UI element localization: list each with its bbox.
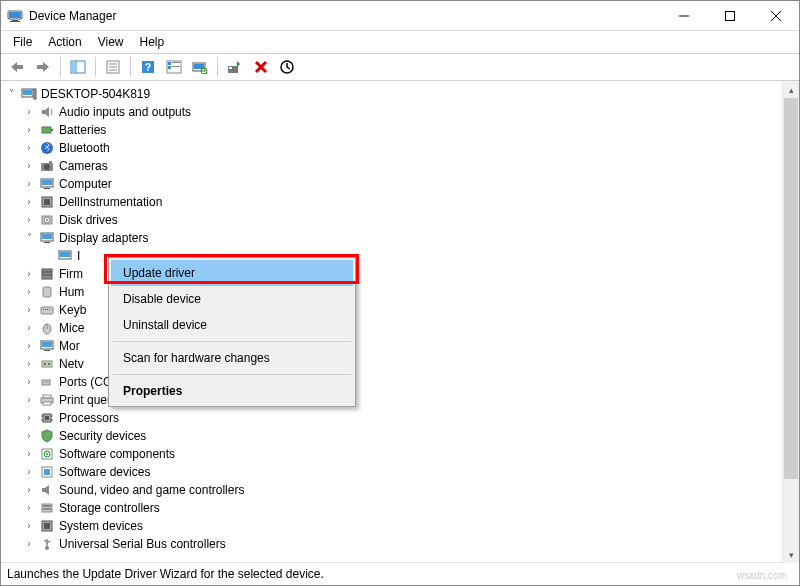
- tree-category[interactable]: ›Batteries: [23, 121, 782, 139]
- expand-icon[interactable]: ›: [23, 358, 35, 370]
- svg-rect-35: [34, 89, 36, 99]
- scrollbar-thumb[interactable]: [784, 98, 798, 479]
- tree-category[interactable]: ›Audio inputs and outputs: [23, 103, 782, 121]
- collapse-icon[interactable]: ˅: [5, 88, 17, 100]
- svg-point-75: [48, 382, 49, 383]
- tree-category[interactable]: ›Disk drives: [23, 211, 782, 229]
- expand-icon[interactable]: ›: [23, 124, 35, 136]
- expand-icon[interactable]: ›: [23, 394, 35, 406]
- svg-rect-12: [72, 62, 75, 72]
- tree-category[interactable]: ›Computer: [23, 175, 782, 193]
- ctx-uninstall-device[interactable]: Uninstall device: [111, 312, 353, 338]
- tree-category[interactable]: ›Bluetooth: [23, 139, 782, 157]
- svg-point-87: [46, 453, 48, 455]
- category-label: Mice: [59, 319, 84, 337]
- svg-rect-51: [42, 234, 52, 239]
- expand-icon[interactable]: ›: [23, 538, 35, 550]
- maximize-button[interactable]: [707, 1, 753, 30]
- uninstall-device-button[interactable]: [249, 55, 273, 79]
- expand-icon[interactable]: ›: [23, 142, 35, 154]
- expand-icon[interactable]: ›: [23, 412, 35, 424]
- tree-category[interactable]: ›Storage controllers: [23, 499, 782, 517]
- ctx-disable-device[interactable]: Disable device: [111, 286, 353, 312]
- tree-category[interactable]: ›DellInstrumentation: [23, 193, 782, 211]
- tree-category[interactable]: ›Software devices: [23, 463, 782, 481]
- expand-icon[interactable]: ›: [23, 466, 35, 478]
- separator: [113, 374, 351, 375]
- nav-forward-button[interactable]: [31, 55, 55, 79]
- nav-back-button[interactable]: [5, 55, 29, 79]
- expand-icon[interactable]: ›: [23, 286, 35, 298]
- ctx-properties[interactable]: Properties: [111, 378, 353, 404]
- expand-icon[interactable]: ›: [23, 178, 35, 190]
- svg-rect-68: [44, 350, 50, 351]
- expand-icon[interactable]: ›: [23, 340, 35, 352]
- vertical-scrollbar[interactable]: ▴ ▾: [782, 81, 799, 563]
- tree-category[interactable]: ›Processors: [23, 409, 782, 427]
- menu-help[interactable]: Help: [132, 33, 173, 51]
- show-hide-tree-button[interactable]: [66, 55, 90, 79]
- tree-category[interactable]: ›Security devices: [23, 427, 782, 445]
- expand-icon[interactable]: ›: [23, 448, 35, 460]
- expand-icon[interactable]: ›: [23, 214, 35, 226]
- minimize-button[interactable]: [661, 1, 707, 30]
- keyboard-icon: [39, 302, 55, 318]
- ctx-scan-hardware[interactable]: Scan for hardware changes: [111, 345, 353, 371]
- tree-category[interactable]: ›Universal Serial Bus controllers: [23, 535, 782, 553]
- expand-icon[interactable]: ›: [23, 376, 35, 388]
- svg-rect-55: [42, 269, 52, 279]
- category-label: Mor: [59, 337, 80, 355]
- computer-icon: [39, 176, 55, 192]
- svg-rect-8: [17, 65, 23, 69]
- action-button[interactable]: [162, 55, 186, 79]
- svg-rect-70: [44, 363, 46, 365]
- menubar: File Action View Help: [1, 31, 799, 53]
- separator: [95, 57, 96, 77]
- expand-icon[interactable]: ›: [23, 268, 35, 280]
- expand-icon[interactable]: ›: [23, 430, 35, 442]
- svg-rect-22: [168, 66, 171, 69]
- collapse-icon[interactable]: ˅: [23, 232, 35, 244]
- properties-button[interactable]: [101, 55, 125, 79]
- category-label: Processors: [59, 409, 119, 427]
- tree-category-display-adapters[interactable]: ˅Display adapters: [23, 229, 782, 247]
- update-driver-button[interactable]: [223, 55, 247, 79]
- menu-view[interactable]: View: [90, 33, 132, 51]
- close-button[interactable]: [753, 1, 799, 30]
- tree-category[interactable]: ›System devices: [23, 517, 782, 535]
- scan-hardware-button[interactable]: [188, 55, 212, 79]
- computer-icon: [21, 86, 37, 102]
- svg-rect-92: [43, 508, 51, 510]
- expand-icon[interactable]: ›: [23, 160, 35, 172]
- scroll-up-icon[interactable]: ▴: [783, 81, 799, 98]
- disable-device-button[interactable]: [275, 55, 299, 79]
- category-label: Keyb: [59, 301, 86, 319]
- expand-icon[interactable]: ›: [23, 322, 35, 334]
- tree-category[interactable]: ›Sound, video and game controllers: [23, 481, 782, 499]
- category-label: Storage controllers: [59, 499, 160, 517]
- svg-rect-63: [49, 309, 50, 310]
- svg-rect-59: [41, 307, 53, 314]
- expand-icon[interactable]: ›: [23, 502, 35, 514]
- menu-file[interactable]: File: [5, 33, 40, 51]
- scroll-down-icon[interactable]: ▾: [783, 546, 799, 563]
- tree-category[interactable]: ›Software components: [23, 445, 782, 463]
- expand-icon[interactable]: ›: [23, 196, 35, 208]
- network-icon: [39, 356, 55, 372]
- context-menu: Update driver Disable device Uninstall d…: [108, 257, 356, 407]
- ctx-update-driver[interactable]: Update driver: [111, 260, 353, 286]
- monitor-icon: [39, 338, 55, 354]
- expand-icon[interactable]: ›: [23, 520, 35, 532]
- expand-icon[interactable]: ›: [23, 304, 35, 316]
- tree-root[interactable]: ˅ DESKTOP-504K819: [5, 85, 782, 103]
- device-label: I: [77, 247, 80, 265]
- svg-rect-3: [10, 21, 20, 22]
- expand-icon[interactable]: ›: [23, 106, 35, 118]
- printer-icon: [39, 392, 55, 408]
- menu-action[interactable]: Action: [40, 33, 89, 51]
- category-label: System devices: [59, 517, 143, 535]
- tree-category[interactable]: ›Cameras: [23, 157, 782, 175]
- help-button[interactable]: ?: [136, 55, 160, 79]
- svg-rect-54: [60, 252, 70, 257]
- expand-icon[interactable]: ›: [23, 484, 35, 496]
